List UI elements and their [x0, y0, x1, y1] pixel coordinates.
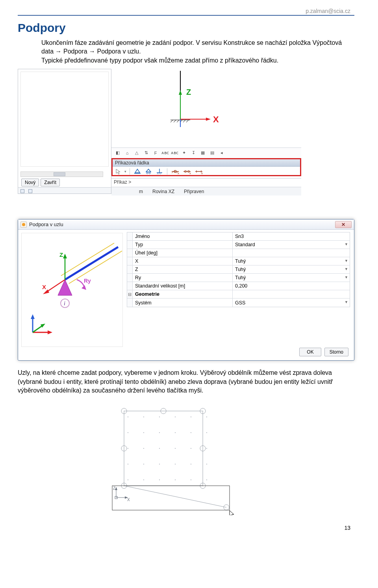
figure-dialog: Podpora v uzlu ✕: [18, 219, 354, 363]
page-title: Podpory: [18, 21, 354, 35]
svg-point-58: [159, 417, 160, 417]
line-hinge-icon-2[interactable]: x: [182, 168, 192, 175]
svg-point-82: [159, 479, 160, 480]
support-dialog: Podpora v uzlu ✕: [18, 219, 354, 361]
svg-text:Ry: Ry: [84, 278, 91, 284]
prop-ry-value[interactable]: Tuhý: [233, 274, 350, 282]
tlb-icon-9[interactable]: ▤: [208, 149, 216, 157]
tree-panel: Nový Zavřít: [18, 69, 111, 194]
dialog-preview: Z X Ry i: [21, 233, 123, 347]
svg-text:x: x: [189, 171, 191, 175]
paragraph-1: Ukončením fáze zadávání geometrie je zad…: [41, 39, 350, 65]
collapse-geometry-toggle[interactable]: ⊟: [127, 290, 133, 298]
ok-button[interactable]: OK: [299, 348, 321, 356]
tlb-abc-icon-1[interactable]: ᴀʙᴄ: [161, 149, 169, 157]
svg-line-54: [33, 325, 43, 332]
prop-geometry-header: Geometrie: [133, 290, 233, 298]
panel-icon-2[interactable]: [28, 189, 32, 193]
prop-x-label: X: [133, 257, 233, 265]
svg-point-70: [159, 448, 160, 449]
pinned-support-icon[interactable]: [133, 168, 142, 175]
scrollbar-horizontal[interactable]: [20, 171, 103, 177]
svg-line-6: [183, 120, 185, 122]
svg-point-79: [206, 464, 207, 465]
svg-text:Z: Z: [59, 251, 63, 258]
prop-x-value[interactable]: Tuhý: [233, 257, 350, 265]
prop-system-value[interactable]: GSS: [233, 299, 350, 307]
svg-text:Z: Z: [113, 486, 115, 490]
prop-name-value[interactable]: Sn3: [233, 232, 350, 240]
svg-point-65: [175, 432, 176, 433]
tlb-icon-3[interactable]: △: [133, 149, 141, 157]
svg-text:X: X: [42, 284, 46, 290]
status-bar: m Rovina XZ Připraven: [111, 187, 301, 195]
svg-point-63: [143, 432, 144, 433]
close-button[interactable]: Zavřít: [41, 179, 60, 186]
tlb-icon-7[interactable]: ↧: [189, 149, 197, 157]
svg-point-66: [191, 432, 191, 433]
tlb-arrow-left-icon[interactable]: ◂: [218, 149, 226, 157]
prop-z-value[interactable]: Tuhý: [233, 265, 350, 273]
tlb-icon-2[interactable]: ⌂: [123, 149, 131, 157]
svg-point-62: [128, 432, 128, 433]
prop-ry-label: Ry: [133, 274, 233, 282]
roller-support-icon[interactable]: [144, 168, 153, 175]
command-line-panel: Příkazová řádka ▾: [111, 158, 301, 176]
prop-name-label: Jméno: [133, 232, 233, 240]
new-button[interactable]: Nový: [21, 179, 39, 186]
axis-z-label: Z: [186, 88, 191, 96]
svg-point-68: [128, 448, 128, 449]
svg-point-73: [206, 448, 207, 449]
figure-app-screenshot: Nový Zavřít: [18, 69, 354, 214]
p1-part-c: Podpora v uzlu.: [97, 48, 141, 55]
svg-point-67: [206, 432, 207, 433]
svg-line-3: [174, 120, 176, 122]
svg-text:x: x: [201, 171, 203, 175]
close-icon[interactable]: ✕: [335, 221, 352, 228]
prop-stdsize-value[interactable]: 0,200: [233, 282, 350, 290]
svg-line-38: [69, 251, 122, 284]
tlb-icon-5[interactable]: F: [152, 149, 159, 157]
line-hinge-icon-1[interactable]: x: [170, 168, 180, 175]
command-prompt[interactable]: Příkaz >: [111, 178, 301, 187]
prop-type-label: Typ: [133, 241, 233, 249]
panel-icon-1[interactable]: [20, 189, 24, 193]
fixed-support-icon[interactable]: [155, 168, 164, 175]
line-hinge-icon-3[interactable]: x: [194, 168, 204, 175]
arrow-1: →: [56, 48, 63, 55]
pointer-icon[interactable]: [115, 168, 122, 175]
prop-stdsize-label: Standardní velikost [m]: [133, 282, 233, 290]
svg-text:X: X: [127, 498, 130, 502]
svg-point-84: [191, 479, 191, 480]
svg-point-72: [191, 448, 191, 449]
svg-line-4: [177, 120, 179, 122]
svg-line-37: [61, 243, 114, 276]
svg-marker-51: [31, 314, 35, 319]
tlb-icon-1[interactable]: ◧: [114, 149, 122, 157]
status-plane: Rovina XZ: [152, 189, 174, 194]
lower-toolbar: ◧ ⌂ △ ⇅ F ᴀʙᴄ ᴀʙᴄ ✦ ↧ ▦ ▤ ◂: [111, 147, 301, 158]
prop-angle-value[interactable]: [233, 249, 350, 257]
p1-part-b: Podpora: [63, 48, 87, 55]
dialog-icon: [20, 221, 27, 228]
property-grid: Jméno Sn3 Typ Standard Úhel [deg] X Tuhý…: [127, 232, 350, 307]
svg-line-7: [186, 120, 189, 122]
svg-point-75: [143, 464, 144, 465]
tlb-abc-icon-2[interactable]: ᴀʙᴄ: [170, 149, 178, 157]
svg-marker-41: [63, 254, 67, 258]
svg-marker-39: [58, 280, 72, 295]
tlb-icon-4[interactable]: ⇅: [142, 149, 150, 157]
svg-point-16: [146, 172, 148, 174]
svg-marker-15: [146, 169, 151, 172]
status-ready: Připraven: [184, 189, 204, 194]
svg-marker-13: [135, 169, 140, 173]
svg-point-81: [143, 479, 144, 480]
tlb-icon-8[interactable]: ▦: [199, 149, 207, 157]
tlb-icon-6[interactable]: ✦: [180, 149, 188, 157]
svg-line-36: [65, 247, 118, 280]
svg-point-74: [128, 464, 128, 465]
svg-point-76: [159, 464, 160, 465]
prop-type-value[interactable]: Standard: [233, 241, 350, 249]
cancel-button[interactable]: Storno: [324, 348, 348, 356]
prop-z-label: Z: [133, 265, 233, 273]
